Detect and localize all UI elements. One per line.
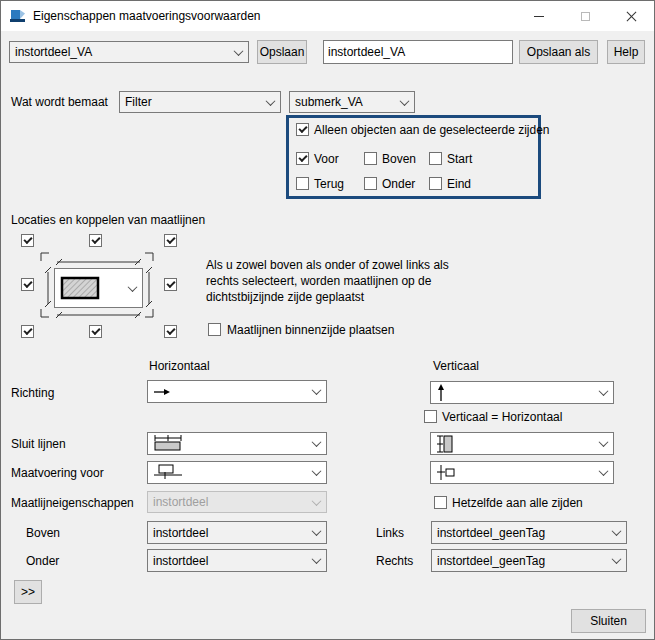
chevron-down-icon bbox=[266, 96, 276, 106]
name-input[interactable] bbox=[323, 40, 513, 64]
onder-value: instortdeel bbox=[153, 554, 313, 568]
hatched-part-icon bbox=[60, 276, 100, 300]
onder-label: Onder bbox=[26, 554, 59, 568]
boven-value: instortdeel bbox=[153, 526, 313, 540]
arrow-right-icon bbox=[153, 387, 171, 397]
same-all-sides-checkbox[interactable] bbox=[434, 496, 447, 509]
richting-horizontal-select[interactable] bbox=[147, 380, 327, 403]
maatvoering-voor-label: Maatvoering voor bbox=[11, 466, 104, 480]
dimline-middle-right-checkbox[interactable] bbox=[164, 278, 177, 291]
boven-select[interactable]: instortdeel bbox=[147, 521, 327, 544]
richting-vertical-select[interactable] bbox=[430, 381, 614, 404]
expand-button[interactable]: >> bbox=[14, 580, 42, 604]
dimline-top-left-checkbox[interactable] bbox=[21, 234, 34, 247]
same-all-sides-label: Hetzelfde aan alle zijden bbox=[452, 496, 583, 510]
vertical-equals-horizontal-label: Verticaal = Horizontaal bbox=[442, 410, 562, 424]
maatvoering-horizontal-select[interactable] bbox=[147, 461, 327, 484]
side-eind-label: Eind bbox=[447, 177, 471, 191]
links-select[interactable]: instortdeel_geenTag bbox=[431, 521, 627, 544]
dimline-bottom-left-checkbox[interactable] bbox=[21, 325, 34, 338]
mark-select-value: submerk_VA bbox=[295, 95, 401, 109]
onder-select[interactable]: instortdeel bbox=[147, 549, 327, 572]
vertical-equals-horizontal-checkbox[interactable] bbox=[424, 410, 437, 423]
boven-label: Boven bbox=[26, 526, 60, 540]
chevron-down-icon bbox=[312, 437, 322, 447]
chevron-down-icon bbox=[400, 96, 410, 106]
maximize-icon bbox=[581, 12, 590, 21]
side-start-checkbox[interactable] bbox=[429, 152, 442, 165]
vertical-column-header: Verticaal bbox=[433, 359, 479, 373]
dialog-window: Eigenschappen maatvoeringsvoorwaarden in… bbox=[0, 0, 655, 640]
close-icon bbox=[625, 10, 638, 23]
minimize-icon bbox=[534, 16, 544, 17]
locations-label: Locaties en koppelen van maatlijnen bbox=[11, 213, 205, 227]
what-label: Wat wordt bemaat bbox=[11, 95, 108, 109]
sluiten-button[interactable]: Sluiten bbox=[571, 609, 646, 633]
side-terug-checkbox[interactable] bbox=[296, 177, 309, 190]
filter-select[interactable]: Filter bbox=[119, 91, 281, 113]
hint-line: dichtstbijzijnde zijde geplaatst bbox=[206, 289, 449, 305]
side-eind-checkbox[interactable] bbox=[429, 177, 442, 190]
only-selected-sides-checkbox[interactable] bbox=[296, 123, 309, 136]
sluit-lijnen-horizontal-select[interactable] bbox=[147, 432, 327, 455]
chevron-down-icon bbox=[312, 496, 322, 506]
chevron-down-icon bbox=[128, 282, 138, 292]
side-terug-label: Terug bbox=[314, 177, 344, 191]
dimline-top-center-checkbox[interactable] bbox=[89, 234, 102, 247]
minimize-button[interactable] bbox=[516, 1, 562, 31]
sluit-lijnen-vertical-select[interactable] bbox=[430, 432, 614, 455]
dimline-bottom-right-checkbox[interactable] bbox=[164, 325, 177, 338]
richting-label: Richting bbox=[11, 386, 54, 400]
side-boven-label: Boven bbox=[382, 152, 416, 166]
chevron-down-icon bbox=[599, 437, 609, 447]
save-button[interactable]: Opslaan bbox=[257, 40, 307, 64]
maatvoering-vertical-select[interactable] bbox=[430, 461, 614, 484]
close-button[interactable] bbox=[608, 1, 654, 31]
mark-select[interactable]: submerk_VA bbox=[289, 91, 415, 113]
inside-placement-checkbox[interactable] bbox=[208, 323, 221, 336]
maximize-button[interactable] bbox=[562, 1, 608, 31]
chevron-down-icon bbox=[312, 385, 322, 395]
rechts-label: Rechts bbox=[376, 554, 413, 568]
help-button[interactable]: Help bbox=[607, 40, 645, 64]
chevron-down-icon bbox=[312, 466, 322, 476]
window-title: Eigenschappen maatvoeringsvoorwaarden bbox=[33, 9, 260, 23]
placement-preview-select[interactable] bbox=[54, 268, 143, 308]
arrow-up-icon bbox=[436, 384, 446, 402]
filter-select-value: Filter bbox=[125, 95, 267, 109]
placement-hint-text: Als u zowel boven als onder of zowel lin… bbox=[206, 257, 449, 305]
side-start-label: Start bbox=[447, 152, 472, 166]
side-onder-label: Onder bbox=[382, 177, 415, 191]
rechts-value: instortdeel_geenTag bbox=[437, 554, 613, 568]
rechts-select[interactable]: instortdeel_geenTag bbox=[431, 549, 627, 572]
title-bar: Eigenschappen maatvoeringsvoorwaarden bbox=[1, 1, 654, 31]
maatlijneigenschappen-label: Maatlijneigenschappen bbox=[11, 496, 134, 510]
horizontal-column-header: Horizontaal bbox=[149, 359, 210, 373]
close-lines-horizontal-icon bbox=[153, 435, 183, 452]
side-onder-checkbox[interactable] bbox=[364, 177, 377, 190]
hint-line: Als u zowel boven als onder of zowel lin… bbox=[206, 257, 449, 273]
save-as-button[interactable]: Opslaan als bbox=[519, 40, 598, 64]
dimline-middle-left-checkbox[interactable] bbox=[21, 278, 34, 291]
profile-select-value: instortdeel_VA bbox=[15, 45, 235, 59]
side-voor-checkbox[interactable] bbox=[296, 152, 309, 165]
chevron-down-icon bbox=[234, 46, 244, 56]
chevron-down-icon bbox=[312, 554, 322, 564]
chevron-down-icon bbox=[312, 526, 322, 536]
profile-select[interactable]: instortdeel_VA bbox=[9, 41, 249, 63]
chevron-down-icon bbox=[599, 466, 609, 476]
dimension-to-horizontal-icon bbox=[153, 464, 183, 481]
sluit-lijnen-label: Sluit lijnen bbox=[11, 437, 66, 451]
maatlijneigenschappen-select: instortdeel bbox=[147, 491, 327, 513]
links-label: Links bbox=[376, 526, 404, 540]
chevron-down-icon bbox=[612, 554, 622, 564]
chevron-down-icon bbox=[599, 386, 609, 396]
app-icon bbox=[10, 8, 26, 24]
side-boven-checkbox[interactable] bbox=[364, 152, 377, 165]
maatlijneigenschappen-value: instortdeel bbox=[153, 495, 313, 509]
close-lines-vertical-icon bbox=[436, 434, 454, 454]
side-voor-label: Voor bbox=[314, 152, 339, 166]
hint-line: rechts selecteert, worden maatlijnen op … bbox=[206, 273, 449, 289]
dimline-top-right-checkbox[interactable] bbox=[164, 234, 177, 247]
inside-placement-label: Maatlijnen binnenzijde plaatsen bbox=[227, 323, 394, 337]
